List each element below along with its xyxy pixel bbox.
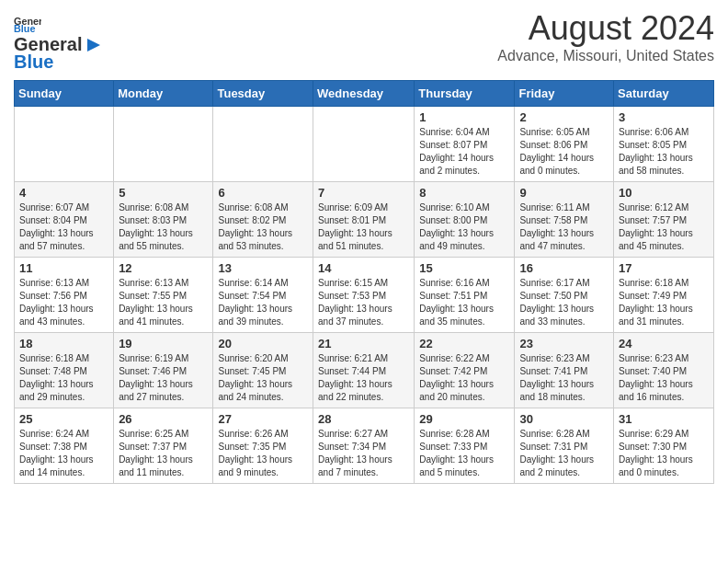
day-number: 2 xyxy=(519,110,609,124)
day-info: Sunrise: 6:05 AM Sunset: 8:06 PM Dayligh… xyxy=(519,126,609,178)
day-header-monday: Monday xyxy=(114,81,213,107)
calendar-cell xyxy=(15,107,114,182)
day-info: Sunrise: 6:23 AM Sunset: 7:40 PM Dayligh… xyxy=(619,352,709,404)
calendar-cell: 10Sunrise: 6:12 AM Sunset: 7:57 PM Dayli… xyxy=(614,182,714,258)
day-info: Sunrise: 6:17 AM Sunset: 7:50 PM Dayligh… xyxy=(519,277,609,328)
day-number: 17 xyxy=(619,261,709,275)
day-info: Sunrise: 6:28 AM Sunset: 7:33 PM Dayligh… xyxy=(419,428,509,479)
calendar-cell: 4Sunrise: 6:07 AM Sunset: 8:04 PM Daylig… xyxy=(15,182,114,258)
calendar-week-2: 4Sunrise: 6:07 AM Sunset: 8:04 PM Daylig… xyxy=(15,182,714,258)
calendar-cell: 16Sunrise: 6:17 AM Sunset: 7:50 PM Dayli… xyxy=(515,258,614,333)
svg-marker-2 xyxy=(87,39,100,52)
day-number: 30 xyxy=(519,412,609,426)
day-number: 22 xyxy=(419,337,509,350)
logo-icon: General Blue xyxy=(14,14,41,32)
calendar-header-row: SundayMondayTuesdayWednesdayThursdayFrid… xyxy=(15,81,714,107)
calendar-cell xyxy=(313,107,415,182)
day-info: Sunrise: 6:08 AM Sunset: 8:03 PM Dayligh… xyxy=(119,201,208,253)
day-number: 9 xyxy=(519,186,609,200)
day-info: Sunrise: 6:21 AM Sunset: 7:44 PM Dayligh… xyxy=(318,352,409,404)
page-header: General Blue General Blue August 2024 Ad… xyxy=(14,9,714,73)
calendar-cell: 15Sunrise: 6:16 AM Sunset: 7:51 PM Dayli… xyxy=(415,258,515,333)
calendar-cell: 6Sunrise: 6:08 AM Sunset: 8:02 PM Daylig… xyxy=(213,182,313,258)
day-number: 5 xyxy=(119,186,208,200)
calendar-cell: 23Sunrise: 6:23 AM Sunset: 7:41 PM Dayli… xyxy=(515,333,614,408)
day-header-thursday: Thursday xyxy=(415,81,515,107)
logo-blue: Blue xyxy=(14,52,53,73)
calendar-cell: 1Sunrise: 6:04 AM Sunset: 8:07 PM Daylig… xyxy=(415,107,515,182)
title-block: August 2024 Advance, Missouri, United St… xyxy=(497,9,714,64)
calendar-cell: 17Sunrise: 6:18 AM Sunset: 7:49 PM Dayli… xyxy=(614,258,714,333)
day-number: 20 xyxy=(218,337,308,350)
day-info: Sunrise: 6:14 AM Sunset: 7:54 PM Dayligh… xyxy=(218,277,308,328)
calendar-cell: 7Sunrise: 6:09 AM Sunset: 8:01 PM Daylig… xyxy=(313,182,415,258)
calendar-cell: 27Sunrise: 6:26 AM Sunset: 7:35 PM Dayli… xyxy=(213,408,313,484)
day-number: 24 xyxy=(619,337,709,350)
day-info: Sunrise: 6:16 AM Sunset: 7:51 PM Dayligh… xyxy=(419,277,509,328)
calendar-cell xyxy=(213,107,313,182)
day-number: 10 xyxy=(619,186,709,200)
day-number: 7 xyxy=(318,186,409,200)
calendar-cell: 24Sunrise: 6:23 AM Sunset: 7:40 PM Dayli… xyxy=(614,333,714,408)
day-number: 27 xyxy=(218,412,308,426)
calendar-cell: 26Sunrise: 6:25 AM Sunset: 7:37 PM Dayli… xyxy=(114,408,213,484)
calendar-cell: 5Sunrise: 6:08 AM Sunset: 8:03 PM Daylig… xyxy=(114,182,213,258)
day-header-tuesday: Tuesday xyxy=(213,81,313,107)
calendar-cell xyxy=(114,107,213,182)
calendar-cell: 28Sunrise: 6:27 AM Sunset: 7:34 PM Dayli… xyxy=(313,408,415,484)
day-number: 31 xyxy=(619,412,709,426)
day-info: Sunrise: 6:04 AM Sunset: 8:07 PM Dayligh… xyxy=(419,126,509,178)
logo: General Blue General Blue xyxy=(14,9,106,73)
day-number: 14 xyxy=(318,261,409,275)
day-header-saturday: Saturday xyxy=(614,81,714,107)
day-info: Sunrise: 6:22 AM Sunset: 7:42 PM Dayligh… xyxy=(419,352,509,404)
calendar-cell: 19Sunrise: 6:19 AM Sunset: 7:46 PM Dayli… xyxy=(114,333,213,408)
day-info: Sunrise: 6:24 AM Sunset: 7:38 PM Dayligh… xyxy=(19,428,108,479)
calendar-week-3: 11Sunrise: 6:13 AM Sunset: 7:56 PM Dayli… xyxy=(15,258,714,333)
calendar-cell: 13Sunrise: 6:14 AM Sunset: 7:54 PM Dayli… xyxy=(213,258,313,333)
page-title: August 2024 xyxy=(497,9,714,48)
calendar-cell: 12Sunrise: 6:13 AM Sunset: 7:55 PM Dayli… xyxy=(114,258,213,333)
calendar-cell: 11Sunrise: 6:13 AM Sunset: 7:56 PM Dayli… xyxy=(15,258,114,333)
calendar-cell: 20Sunrise: 6:20 AM Sunset: 7:45 PM Dayli… xyxy=(213,333,313,408)
day-number: 19 xyxy=(119,337,208,350)
day-info: Sunrise: 6:26 AM Sunset: 7:35 PM Dayligh… xyxy=(218,428,308,479)
day-number: 12 xyxy=(119,261,208,275)
day-header-wednesday: Wednesday xyxy=(313,81,415,107)
calendar-week-5: 25Sunrise: 6:24 AM Sunset: 7:38 PM Dayli… xyxy=(15,408,714,484)
day-info: Sunrise: 6:12 AM Sunset: 7:57 PM Dayligh… xyxy=(619,201,709,253)
day-number: 26 xyxy=(119,412,208,426)
day-info: Sunrise: 6:07 AM Sunset: 8:04 PM Dayligh… xyxy=(19,201,108,253)
calendar-cell: 30Sunrise: 6:28 AM Sunset: 7:31 PM Dayli… xyxy=(515,408,614,484)
day-number: 13 xyxy=(218,261,308,275)
calendar-table: SundayMondayTuesdayWednesdayThursdayFrid… xyxy=(14,80,714,484)
calendar-cell: 22Sunrise: 6:22 AM Sunset: 7:42 PM Dayli… xyxy=(415,333,515,408)
day-number: 21 xyxy=(318,337,409,350)
calendar-cell: 9Sunrise: 6:11 AM Sunset: 7:58 PM Daylig… xyxy=(515,182,614,258)
day-info: Sunrise: 6:09 AM Sunset: 8:01 PM Dayligh… xyxy=(318,201,409,253)
calendar-cell: 18Sunrise: 6:18 AM Sunset: 7:48 PM Dayli… xyxy=(15,333,114,408)
day-info: Sunrise: 6:27 AM Sunset: 7:34 PM Dayligh… xyxy=(318,428,409,479)
day-header-sunday: Sunday xyxy=(15,81,114,107)
day-info: Sunrise: 6:19 AM Sunset: 7:46 PM Dayligh… xyxy=(119,352,208,404)
day-number: 8 xyxy=(419,186,509,200)
calendar-cell: 2Sunrise: 6:05 AM Sunset: 8:06 PM Daylig… xyxy=(515,107,614,182)
calendar-week-1: 1Sunrise: 6:04 AM Sunset: 8:07 PM Daylig… xyxy=(15,107,714,182)
day-info: Sunrise: 6:06 AM Sunset: 8:05 PM Dayligh… xyxy=(619,126,709,178)
day-info: Sunrise: 6:13 AM Sunset: 7:55 PM Dayligh… xyxy=(119,277,208,328)
day-header-friday: Friday xyxy=(515,81,614,107)
day-info: Sunrise: 6:13 AM Sunset: 7:56 PM Dayligh… xyxy=(19,277,108,328)
day-number: 4 xyxy=(19,186,108,200)
day-number: 3 xyxy=(619,110,709,124)
calendar-cell: 3Sunrise: 6:06 AM Sunset: 8:05 PM Daylig… xyxy=(614,107,714,182)
day-info: Sunrise: 6:29 AM Sunset: 7:30 PM Dayligh… xyxy=(619,428,709,479)
day-info: Sunrise: 6:20 AM Sunset: 7:45 PM Dayligh… xyxy=(218,352,308,404)
day-number: 11 xyxy=(19,261,108,275)
calendar-cell: 25Sunrise: 6:24 AM Sunset: 7:38 PM Dayli… xyxy=(15,408,114,484)
page-subtitle: Advance, Missouri, United States xyxy=(497,48,714,64)
day-info: Sunrise: 6:11 AM Sunset: 7:58 PM Dayligh… xyxy=(519,201,609,253)
day-info: Sunrise: 6:25 AM Sunset: 7:37 PM Dayligh… xyxy=(119,428,208,479)
day-info: Sunrise: 6:18 AM Sunset: 7:48 PM Dayligh… xyxy=(19,352,108,404)
day-number: 23 xyxy=(519,337,609,350)
day-number: 16 xyxy=(519,261,609,275)
